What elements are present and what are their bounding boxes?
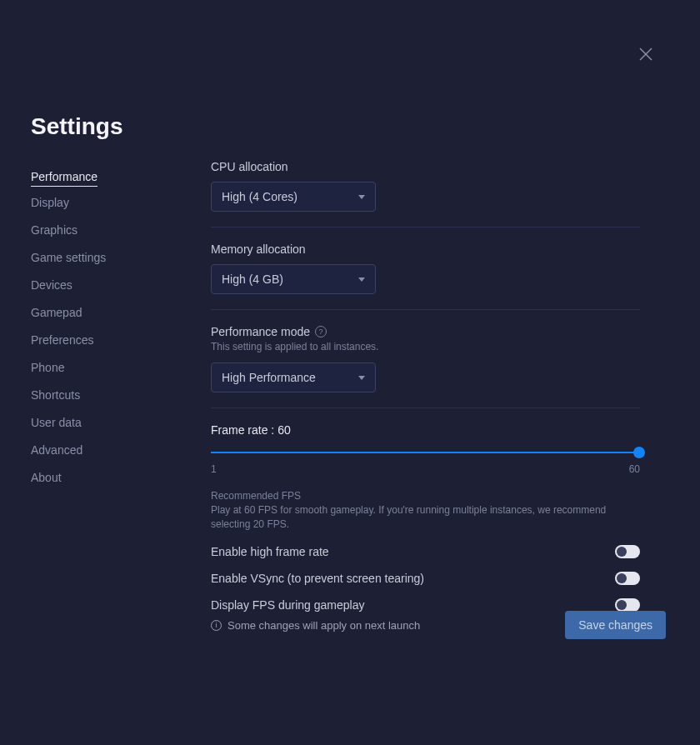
help-icon[interactable]: ? bbox=[315, 326, 327, 338]
sidebar-item-shortcuts[interactable]: Shortcuts bbox=[31, 383, 172, 407]
display-fps-toggle[interactable] bbox=[615, 598, 640, 612]
close-icon[interactable] bbox=[638, 47, 653, 62]
cpu-allocation-value: High (4 Cores) bbox=[222, 190, 298, 203]
save-button[interactable]: Save changes bbox=[565, 611, 666, 639]
sidebar-item-game-settings[interactable]: Game settings bbox=[31, 246, 172, 269]
memory-allocation-label: Memory allocation bbox=[211, 242, 640, 256]
sidebar-item-devices[interactable]: Devices bbox=[31, 273, 172, 297]
sidebar-item-performance[interactable]: Performance bbox=[31, 165, 98, 187]
performance-mode-label: Performance mode bbox=[211, 325, 310, 338]
content-panel: CPU allocation High (4 Cores) Memory all… bbox=[211, 160, 640, 612]
settings-window: Settings Performance Display Graphics Ga… bbox=[0, 0, 700, 745]
sidebar: Performance Display Graphics Game settin… bbox=[31, 165, 172, 493]
info-icon: i bbox=[211, 620, 222, 631]
recommended-fps-desc: Play at 60 FPS for smooth gameplay. If y… bbox=[211, 503, 640, 532]
toggle-knob bbox=[617, 547, 627, 557]
divider bbox=[211, 227, 640, 228]
toggle-knob bbox=[617, 600, 627, 610]
page-title: Settings bbox=[31, 113, 122, 140]
sidebar-item-user-data[interactable]: User data bbox=[31, 411, 172, 434]
cpu-allocation-label: CPU allocation bbox=[211, 160, 640, 173]
frame-rate-max: 60 bbox=[629, 463, 640, 475]
recommended-fps-title: Recommended FPS bbox=[211, 490, 640, 502]
chevron-down-icon bbox=[358, 376, 365, 380]
chevron-down-icon bbox=[358, 195, 365, 199]
divider bbox=[211, 408, 640, 408]
toggle-knob bbox=[617, 573, 627, 583]
sidebar-item-display[interactable]: Display bbox=[31, 191, 172, 214]
enable-high-frame-rate-toggle[interactable] bbox=[615, 545, 640, 558]
cpu-allocation-select[interactable]: High (4 Cores) bbox=[211, 182, 376, 212]
frame-rate-slider[interactable] bbox=[211, 447, 640, 458]
slider-track-line bbox=[211, 452, 640, 453]
sidebar-item-graphics[interactable]: Graphics bbox=[31, 218, 172, 242]
performance-mode-select[interactable]: High Performance bbox=[211, 362, 376, 392]
divider bbox=[211, 309, 640, 310]
memory-allocation-value: High (4 GB) bbox=[222, 272, 283, 286]
frame-rate-min: 1 bbox=[211, 463, 217, 475]
sidebar-item-preferences[interactable]: Preferences bbox=[31, 328, 172, 352]
enable-vsync-toggle[interactable] bbox=[615, 572, 640, 585]
slider-thumb[interactable] bbox=[633, 447, 645, 458]
enable-vsync-label: Enable VSync (to prevent screen tearing) bbox=[211, 572, 424, 585]
enable-high-frame-rate-label: Enable high frame rate bbox=[211, 545, 329, 558]
performance-mode-note: This setting is applied to all instances… bbox=[211, 341, 640, 352]
display-fps-label: Display FPS during gameplay bbox=[211, 598, 364, 612]
sidebar-item-about[interactable]: About bbox=[31, 466, 172, 489]
sidebar-item-advanced[interactable]: Advanced bbox=[31, 438, 172, 462]
footer-info: Some changes will apply on next launch bbox=[228, 619, 420, 632]
sidebar-item-phone[interactable]: Phone bbox=[31, 356, 172, 379]
sidebar-item-gamepad[interactable]: Gamepad bbox=[31, 301, 172, 324]
memory-allocation-select[interactable]: High (4 GB) bbox=[211, 264, 376, 294]
frame-rate-label: Frame rate : 60 bbox=[211, 423, 640, 437]
footer: i Some changes will apply on next launch… bbox=[211, 611, 666, 639]
performance-mode-value: High Performance bbox=[222, 371, 316, 384]
chevron-down-icon bbox=[358, 278, 365, 282]
